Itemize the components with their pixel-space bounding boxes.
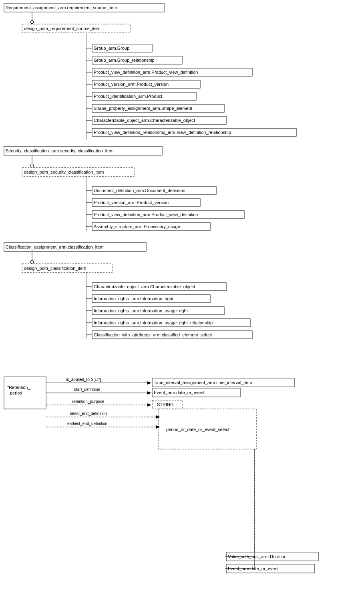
svg-text:Group_arm.Group: Group_arm.Group [94,46,129,51]
svg-text:Information_rights_arm.Informa: Information_rights_arm.Information_usage… [94,320,213,325]
svg-marker-82 [147,391,151,395]
svg-text:Product_version_arm.Product_ve: Product_version_arm.Product_version [94,82,169,87]
svg-marker-77 [147,381,151,385]
svg-text:earliest_end_definition: earliest_end_definition [67,421,107,426]
svg-text:design_pdm_requirement_source_: design_pdm_requirement_source_item [24,26,101,31]
svg-text:Information_rights_arm.Informa: Information_rights_arm.Information_right [94,296,173,301]
svg-text:Classification_assignment_arm.: Classification_assignment_arm.classifica… [6,245,104,249]
svg-text:STRING: STRING [157,402,174,407]
svg-text:Product_view_definition_arm.Pr: Product_view_definition_arm.Product_view… [94,70,198,75]
svg-text:Assembly_structure_arm.Promiss: Assembly_structure_arm.Promissory_usage [94,224,180,229]
svg-text:period: period [10,391,22,395]
diagram-svg: Requirement_assignment_arm.requirement_s… [0,0,364,593]
svg-text:Characterizable_object_arm.Cha: Characterizable_object_arm.Characterizab… [94,118,195,123]
svg-text:Product_view_definition_relati: Product_view_definition_relationship_arm… [94,130,231,135]
svg-text:Requirement_assignment_arm.req: Requirement_assignment_arm.requirement_s… [6,5,117,10]
svg-text:latest_end_definition: latest_end_definition [70,411,107,416]
svg-text:Classification_with_attributes: Classification_with_attributes_arm.class… [94,332,212,337]
svg-text:Time_interval_assignment_arm.t: Time_interval_assignment_arm.time_interv… [154,380,252,385]
svg-text:*Retention_: *Retention_ [7,385,30,390]
svg-text:design_pdm_security_classifica: design_pdm_security_classification_item [24,170,104,174]
svg-text:is_applied_to S[1:?]: is_applied_to S[1:?] [66,377,101,382]
svg-text:Document_definition_arm.Docume: Document_definition_arm.Document_definit… [94,188,185,193]
svg-text:Product_identification_arm.Pro: Product_identification_arm.Product [94,94,162,99]
diagram-container: Requirement_assignment_arm.requirement_s… [0,0,364,593]
svg-text:design_pdm_classification_item: design_pdm_classification_item [24,266,86,271]
svg-text:Event_arm.date_or_event: Event_arm.date_or_event [154,390,205,395]
svg-text:Shape_property_assignment_arm.: Shape_property_assignment_arm.Shape_elem… [94,106,192,111]
svg-point-53 [30,260,34,263]
svg-text:retention_purpose: retention_purpose [72,399,105,404]
svg-point-3 [30,20,34,24]
svg-marker-87 [147,403,151,407]
svg-text:start_definition: start_definition [74,387,100,392]
svg-text:Information_rights_arm.Informa: Information_rights_arm.Information_usage… [94,308,188,313]
svg-text:Product_view_definition_arm.Pr: Product_view_definition_arm.Product_view… [94,212,198,217]
svg-text:Security_classification_arm.se: Security_classification_arm.security_cla… [6,148,114,153]
svg-text:Characterizable_object_arm.Cha: Characterizable_object_arm.Characterizab… [94,284,195,289]
svg-text:Group_arm.Group_relationship: Group_arm.Group_relationship [94,58,155,63]
svg-text:period_or_date_or_event_select: period_or_date_or_event_select [166,427,229,432]
svg-text:Product_version_arm.Product_ve: Product_version_arm.Product_version [94,200,169,205]
svg-point-34 [30,164,34,167]
